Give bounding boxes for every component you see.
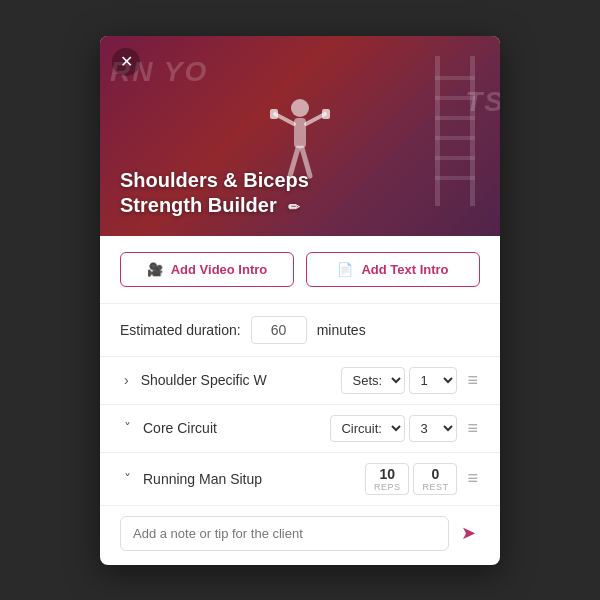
add-video-intro-label: Add Video Intro [171,262,268,277]
edit-title-icon[interactable]: ✏ [288,199,300,217]
rest-label: REST [422,482,448,492]
shoulder-workout-name: Shoulder Specific W [141,372,334,388]
send-note-button[interactable]: ➤ [457,518,480,548]
svg-rect-1 [294,118,306,148]
svg-rect-10 [435,76,475,80]
svg-rect-12 [435,116,475,120]
duration-label: Estimated duration: [120,322,241,338]
send-icon: ➤ [461,522,476,544]
hero-rack [430,56,480,236]
workout-row-shoulder: › Shoulder Specific W Sets: 1 2 3 ≡ [100,357,500,405]
document-icon: 📄 [337,262,353,277]
duration-row: Estimated duration: minutes [100,304,500,357]
shoulder-type-select[interactable]: Sets: [341,367,405,394]
core-type-select[interactable]: Circuit: [330,415,405,442]
hero-section: RN YO TS [100,36,500,236]
intro-buttons-row: 🎥 Add Video Intro 📄 Add Text Intro [100,236,500,304]
add-text-intro-button[interactable]: 📄 Add Text Intro [306,252,480,287]
reps-value: 10 [379,466,395,482]
workout-modal: RN YO TS [100,36,500,565]
expand-shoulder-button[interactable]: › [120,372,133,388]
duration-unit: minutes [317,322,366,338]
svg-rect-13 [435,136,475,140]
svg-rect-14 [435,156,475,160]
reps-rest-group: 10 REPS 0 REST [365,463,458,495]
core-select-group: Circuit: 3 1 2 [330,415,457,442]
svg-point-0 [291,99,309,117]
exercise-name: Running Man Situp [143,471,357,487]
note-input[interactable] [120,516,449,551]
modal-body: 🎥 Add Video Intro 📄 Add Text Intro Estim… [100,236,500,565]
core-count-select[interactable]: 3 1 2 [409,415,457,442]
core-workout-name: Core Circuit [143,420,322,436]
svg-rect-11 [435,96,475,100]
add-text-intro-label: Add Text Intro [361,262,448,277]
svg-rect-5 [322,109,330,119]
expand-exercise-button[interactable]: ˅ [120,471,135,487]
shoulder-menu-icon[interactable]: ≡ [465,370,480,391]
hero-title-line2: Strength Builder [120,194,277,216]
reps-box: 10 REPS [365,463,410,495]
expand-core-button[interactable]: ˅ [120,420,135,436]
svg-rect-15 [435,176,475,180]
note-row: ➤ [100,506,500,565]
close-button[interactable]: ✕ [112,48,140,76]
exercise-row-running-man: ˅ Running Man Situp 10 REPS 0 REST ≡ [100,453,500,506]
workout-row-core: ˅ Core Circuit Circuit: 3 1 2 ≡ [100,405,500,453]
rest-value: 0 [432,466,440,482]
reps-label: REPS [374,482,401,492]
shoulder-count-select[interactable]: 1 2 3 [409,367,457,394]
duration-input[interactable] [251,316,307,344]
shoulder-select-group: Sets: 1 2 3 [341,367,457,394]
svg-rect-4 [270,109,278,119]
video-icon: 🎥 [147,262,163,277]
hero-title: Shoulders & Biceps Strength Builder ✏ [120,168,309,218]
add-video-intro-button[interactable]: 🎥 Add Video Intro [120,252,294,287]
rest-box: 0 REST [413,463,457,495]
hero-title-line1: Shoulders & Biceps [120,169,309,191]
core-menu-icon[interactable]: ≡ [465,418,480,439]
exercise-menu-icon[interactable]: ≡ [465,468,480,489]
